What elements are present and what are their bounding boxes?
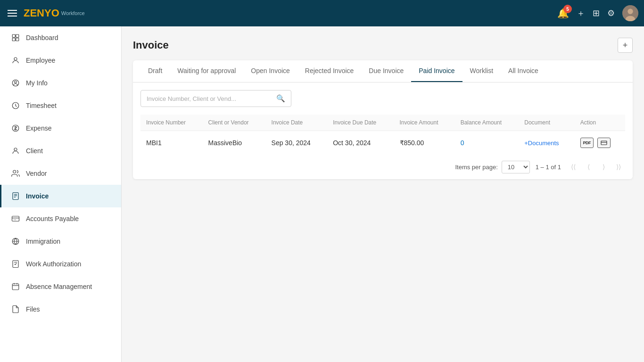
search-wrapper: 🔍: [140, 90, 291, 107]
tab-draft[interactable]: Draft: [140, 60, 170, 82]
sidebar: Dashboard Employee My Info: [0, 26, 122, 362]
documents-link[interactable]: +Documents: [524, 140, 559, 147]
sidebar-item-client[interactable]: Client: [0, 140, 121, 162]
sidebar-item-label: Work Authorization: [26, 260, 81, 268]
expense-icon: [11, 123, 20, 133]
layout: Dashboard Employee My Info: [0, 26, 644, 362]
header-right: 🔔 5 ＋ ⊞ ⚙: [557, 5, 638, 21]
invoice-icon: [11, 191, 20, 201]
sidebar-item-label: Files: [26, 305, 40, 313]
sidebar-item-label: Accounts Payable: [26, 215, 79, 222]
tab-rejected[interactable]: Rejected Invoice: [297, 60, 362, 82]
svg-rect-24: [12, 284, 19, 290]
page-title: Invoice: [133, 39, 169, 51]
file-icon: [11, 304, 20, 314]
person-icon: [11, 56, 20, 65]
tab-due[interactable]: Due Invoice: [361, 60, 411, 82]
sidebar-item-label: Absence Management: [26, 283, 92, 290]
svg-rect-28: [601, 141, 607, 145]
settings-icon[interactable]: ⚙: [607, 8, 615, 18]
cell-action: PDF: [575, 131, 625, 155]
cell-invoice-date: Sep 30, 2024: [266, 131, 328, 155]
notification-badge: 5: [563, 5, 572, 13]
svg-point-12: [14, 148, 17, 151]
col-balance-amount: Balance Amount: [455, 115, 519, 131]
cell-invoice-amount: ₹850.00: [394, 131, 455, 155]
page-header: Invoice +: [133, 38, 633, 53]
svg-point-1: [627, 9, 633, 14]
svg-rect-5: [12, 38, 15, 41]
sidebar-item-label: Dashboard: [26, 34, 58, 41]
cell-balance-amount: 0: [455, 131, 519, 155]
sidebar-scroll: Dashboard Employee My Info: [0, 26, 121, 362]
accounts-payable-icon: [11, 214, 20, 223]
items-per-page: Items per page: 10 25 50 100: [455, 161, 529, 173]
col-invoice-number: Invoice Number: [140, 115, 203, 131]
table-header-row: Invoice Number Client or Vendor Invoice …: [140, 115, 625, 131]
cell-client-vendor: MassiveBio: [203, 131, 266, 155]
sidebar-item-timesheet[interactable]: Timesheet: [0, 94, 121, 117]
sidebar-item-expense[interactable]: Expense: [0, 117, 121, 140]
tabs: Draft Waiting for approval Open Invoice …: [133, 60, 633, 82]
col-invoice-date: Invoice Date: [266, 115, 328, 131]
table-wrapper: Invoice Number Client or Vendor Invoice …: [133, 115, 633, 155]
sidebar-item-label: Timesheet: [26, 102, 57, 109]
logo-sub: Workforce: [61, 10, 85, 16]
page-navigation: ⟨⟨ ⟨ ⟩ ⟩⟩: [567, 160, 625, 173]
sidebar-item-label: Client: [26, 147, 43, 155]
grid-icon: [11, 33, 20, 42]
svg-point-20: [15, 220, 16, 221]
sidebar-item-employee[interactable]: Employee: [0, 49, 121, 72]
sidebar-item-immigration[interactable]: Immigration: [0, 230, 121, 253]
cell-invoice-number: MBI1: [140, 131, 203, 155]
prev-page-button[interactable]: ⟨: [582, 160, 595, 173]
calendar-icon: [11, 282, 20, 291]
sidebar-item-label: Invoice: [26, 192, 49, 200]
cell-document: +Documents: [519, 131, 575, 155]
cell-invoice-due-date: Oct 30, 2024: [327, 131, 394, 155]
tab-open[interactable]: Open Invoice: [243, 60, 297, 82]
svg-rect-18: [12, 216, 19, 222]
invoice-table: Invoice Number Client or Vendor Invoice …: [140, 115, 625, 155]
search-icon: 🔍: [276, 94, 285, 103]
pagination-bar: Items per page: 10 25 50 100 1 – 1 of 1 …: [133, 155, 633, 179]
pdf-button[interactable]: PDF: [580, 138, 594, 148]
page-info: 1 – 1 of 1: [536, 164, 561, 171]
svg-rect-14: [13, 193, 18, 200]
add-button[interactable]: ＋: [577, 8, 585, 19]
hamburger-menu-button[interactable]: [6, 8, 19, 18]
items-per-page-select[interactable]: 10 25 50 100: [502, 161, 530, 173]
sidebar-item-absence-management[interactable]: Absence Management: [0, 275, 121, 298]
sidebar-item-files[interactable]: Files: [0, 298, 121, 321]
svg-point-19: [14, 220, 15, 221]
card-button[interactable]: [597, 138, 611, 148]
tab-all[interactable]: All Invoice: [501, 60, 546, 82]
search-input[interactable]: [147, 95, 272, 102]
col-client-vendor: Client or Vendor: [203, 115, 266, 131]
avatar[interactable]: [622, 5, 638, 21]
tab-paid[interactable]: Paid Invoice: [411, 60, 462, 82]
col-invoice-due-date: Invoice Due Date: [327, 115, 394, 131]
sidebar-item-vendor[interactable]: Vendor: [0, 162, 121, 185]
tab-waiting[interactable]: Waiting for approval: [170, 60, 243, 82]
last-page-button[interactable]: ⟩⟩: [612, 160, 625, 173]
sidebar-item-accounts-payable[interactable]: Accounts Payable: [0, 207, 121, 230]
action-icons: PDF: [580, 138, 619, 148]
sidebar-item-myinfo[interactable]: My Info: [0, 72, 121, 94]
notifications-button[interactable]: 🔔 5: [557, 8, 569, 19]
next-page-button[interactable]: ⟩: [597, 160, 610, 173]
sidebar-item-invoice[interactable]: Invoice: [0, 185, 121, 207]
first-page-button[interactable]: ⟨⟨: [567, 160, 580, 173]
logo: ZENYO Workforce: [24, 7, 85, 19]
sidebar-item-dashboard[interactable]: Dashboard: [0, 26, 121, 49]
person-circle-icon: [11, 78, 20, 88]
tab-worklist[interactable]: Worklist: [462, 60, 501, 82]
col-action: Action: [575, 115, 625, 131]
doc-check-icon: [11, 259, 20, 269]
add-invoice-button[interactable]: +: [618, 38, 633, 53]
header: ZENYO Workforce 🔔 5 ＋ ⊞ ⚙: [0, 0, 644, 26]
sidebar-item-work-authorization[interactable]: Work Authorization: [0, 253, 121, 275]
apps-icon[interactable]: ⊞: [593, 8, 600, 18]
logo-z: ZENYO: [24, 7, 59, 19]
svg-rect-3: [12, 34, 15, 37]
